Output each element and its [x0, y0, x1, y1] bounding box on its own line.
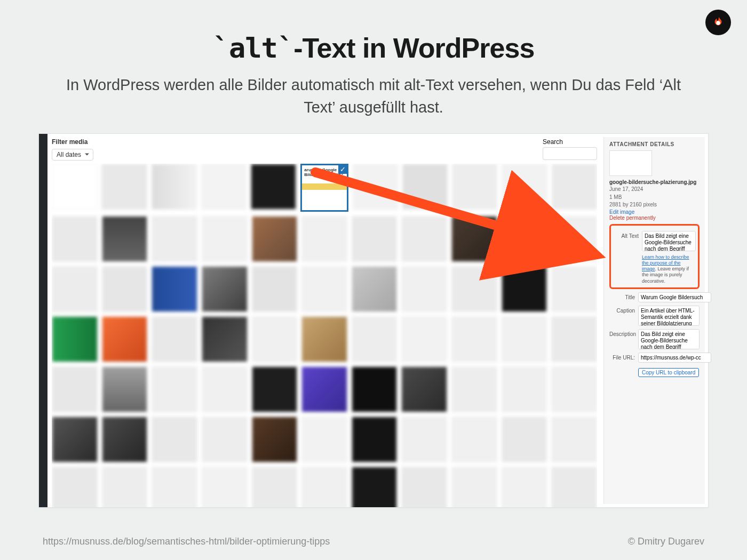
media-thumbnail[interactable]	[352, 316, 398, 362]
media-thumbnail[interactable]	[251, 164, 296, 210]
alt-text-help: Learn how to describe the purpose of the…	[642, 254, 696, 284]
media-thumbnail[interactable]	[252, 417, 298, 462]
media-thumbnail[interactable]	[301, 216, 347, 262]
media-thumbnail-selected[interactable]: arum ist Google Bildsuche wichtig?✓	[300, 164, 348, 212]
media-thumbnail[interactable]	[152, 216, 197, 262]
media-thumbnail[interactable]	[451, 216, 497, 262]
media-thumbnail[interactable]	[252, 366, 298, 412]
copy-url-button[interactable]: Copy URL to clipboard	[638, 368, 699, 377]
date-filter-select[interactable]: All dates	[52, 149, 93, 161]
delete-permanently-link[interactable]: Delete permanently	[609, 215, 700, 221]
description-input[interactable]: Das Bild zeigt eine Google-Bildersuche n…	[638, 329, 700, 349]
media-thumbnail[interactable]	[451, 266, 497, 312]
media-thumbnail[interactable]	[52, 366, 98, 412]
media-thumbnail[interactable]	[202, 316, 248, 362]
media-thumbnail[interactable]	[202, 266, 248, 312]
media-thumbnail[interactable]	[401, 316, 447, 362]
media-thumbnail[interactable]	[102, 216, 148, 262]
page-subtitle: In WordPress werden alle Bilder automati…	[59, 74, 688, 118]
title-input[interactable]	[638, 292, 711, 302]
media-thumbnail[interactable]	[152, 366, 197, 412]
media-thumbnail[interactable]	[101, 164, 147, 210]
media-thumbnail[interactable]	[301, 316, 347, 362]
media-thumbnail[interactable]	[401, 417, 447, 462]
media-thumbnail[interactable]	[252, 266, 298, 312]
alt-text-input[interactable]: Das Bild zeigt eine Google-Bildersuche n…	[642, 231, 696, 251]
media-thumbnail[interactable]	[551, 467, 597, 507]
media-thumbnail[interactable]	[52, 467, 98, 507]
media-thumbnail[interactable]	[102, 417, 148, 462]
media-thumbnail[interactable]	[152, 266, 197, 312]
media-thumbnail[interactable]	[152, 417, 197, 462]
media-thumbnail[interactable]	[102, 316, 148, 362]
media-thumbnail[interactable]	[352, 366, 398, 412]
media-thumbnail[interactable]	[52, 164, 97, 210]
description-label: Description	[609, 329, 635, 337]
media-thumbnail[interactable]	[52, 316, 98, 362]
search-label: Search	[543, 138, 597, 146]
media-thumbnail[interactable]	[502, 467, 547, 507]
media-thumbnail[interactable]	[451, 467, 497, 507]
media-thumbnail[interactable]	[202, 216, 248, 262]
media-thumbnail[interactable]	[551, 366, 597, 412]
media-thumbnail[interactable]	[551, 216, 597, 262]
media-thumbnail[interactable]	[502, 266, 547, 312]
media-thumbnail[interactable]	[451, 366, 497, 412]
media-thumbnail[interactable]	[152, 164, 197, 210]
media-thumbnail[interactable]	[552, 164, 597, 210]
media-thumbnail[interactable]	[502, 417, 547, 462]
media-thumbnail[interactable]	[551, 266, 597, 312]
media-thumbnail[interactable]	[102, 266, 148, 312]
alt-text-highlight: Alt Text Das Bild zeigt eine Google-Bild…	[609, 224, 700, 289]
media-thumbnail[interactable]	[401, 216, 447, 262]
media-thumbnail[interactable]	[52, 417, 98, 462]
media-thumbnail[interactable]	[502, 216, 547, 262]
media-thumbnail[interactable]	[202, 467, 248, 507]
media-thumbnail[interactable]	[102, 366, 148, 412]
media-thumbnail[interactable]	[252, 216, 298, 262]
media-thumbnail[interactable]	[152, 467, 197, 507]
footer-credit: © Dmitry Dugarev	[628, 536, 704, 547]
media-thumbnail[interactable]	[551, 316, 597, 362]
media-thumbnail[interactable]	[401, 266, 447, 312]
footer-url: https://musnuss.de/blog/semantisches-htm…	[43, 536, 330, 547]
media-thumbnail[interactable]	[353, 164, 398, 210]
media-thumbnail[interactable]	[301, 266, 347, 312]
media-thumbnail[interactable]	[502, 316, 547, 362]
media-thumbnail[interactable]	[452, 164, 497, 210]
media-thumbnail[interactable]	[401, 467, 447, 507]
media-thumbnail[interactable]	[301, 417, 347, 462]
file-url-input[interactable]	[638, 353, 711, 363]
file-url-label: File URL:	[609, 353, 635, 361]
media-thumbnail[interactable]	[201, 164, 247, 210]
media-thumbnail[interactable]	[52, 266, 98, 312]
media-thumbnail[interactable]	[52, 216, 98, 262]
attachment-filename: google-bildersuche-plazierung.jpg	[609, 179, 700, 185]
media-thumbnail[interactable]	[202, 366, 248, 412]
media-thumbnail[interactable]	[352, 417, 398, 462]
media-thumbnail[interactable]	[502, 164, 547, 210]
media-thumbnail[interactable]	[352, 216, 398, 262]
media-thumbnail[interactable]	[152, 316, 197, 362]
attachment-dimensions: 2881 by 2160 pixels	[609, 201, 700, 209]
media-thumbnail[interactable]	[451, 417, 497, 462]
media-thumbnail[interactable]	[252, 467, 298, 507]
search-input[interactable]	[543, 147, 597, 160]
media-thumbnail[interactable]	[502, 366, 547, 412]
media-thumbnail[interactable]	[401, 366, 447, 412]
media-thumbnail[interactable]	[352, 467, 398, 507]
caption-input[interactable]: Ein Artikel über HTML-Semantik erzielt d…	[638, 306, 700, 326]
screenshot: Filter media All dates Search arum ist G…	[38, 133, 709, 508]
media-thumbnail[interactable]	[352, 266, 398, 312]
media-thumbnail[interactable]	[301, 366, 347, 412]
media-thumbnail[interactable]	[551, 417, 597, 462]
media-thumbnail[interactable]	[402, 164, 448, 210]
media-thumbnail[interactable]	[301, 467, 347, 507]
media-thumbnail[interactable]	[451, 316, 497, 362]
wp-admin-sidebar	[39, 134, 47, 507]
media-thumbnail[interactable]	[252, 316, 298, 362]
edit-image-link[interactable]: Edit image	[609, 209, 700, 215]
attachment-details-heading: ATTACHMENT DETAILS	[609, 141, 700, 147]
media-thumbnail[interactable]	[202, 417, 248, 462]
media-thumbnail[interactable]	[102, 467, 148, 507]
